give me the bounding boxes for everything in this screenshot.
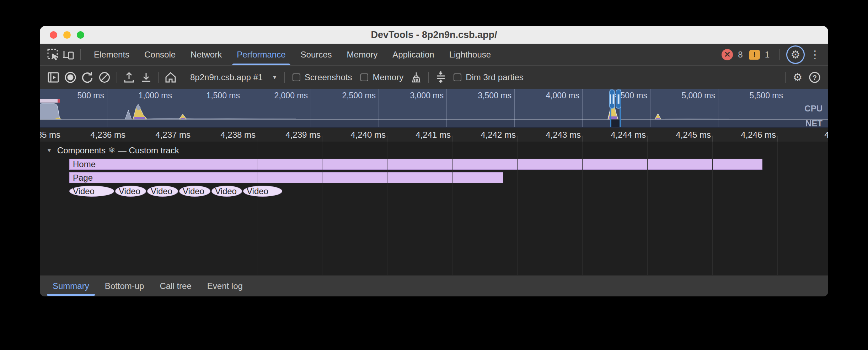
ruler-tick-label: 4,238 ms (197, 130, 256, 140)
detail-tab-summary[interactable]: Summary (45, 275, 97, 296)
performance-toolbar: 8p2n9n.csb.app #1 ▼ Screenshots Memory (40, 66, 828, 89)
track-gridline (322, 142, 322, 275)
network-band (40, 119, 828, 127)
selection-right-handle[interactable] (616, 89, 621, 109)
time-ruler[interactable]: 35 ms4,236 ms4,237 ms4,238 ms4,239 ms4,2… (40, 128, 828, 142)
issue-count[interactable]: 1 (765, 50, 770, 60)
track-gridline (712, 142, 713, 275)
target-selector[interactable]: 8p2n9n.csb.app #1 ▼ (187, 72, 281, 82)
zoom-window-button[interactable] (77, 31, 84, 39)
overview-tick-label: 6,0 (787, 91, 828, 100)
cpu-label: CPU (804, 104, 823, 114)
screenshots-checkbox[interactable]: Screenshots (288, 72, 356, 82)
overview-tick-label: 2,500 ms (312, 91, 376, 100)
overview-tick-label: 1,000 ms (108, 91, 172, 100)
track-gridline (127, 142, 127, 275)
track-gridline (387, 142, 387, 275)
track-bar-video[interactable]: Video (115, 186, 146, 197)
ruler-tick-label: 4,237 ms (132, 130, 191, 140)
track-bar-video[interactable]: Video (211, 186, 242, 197)
collapse-triangle-icon[interactable]: ▼ (46, 147, 52, 154)
overview-tick-label: 4,000 ms (515, 91, 579, 100)
track-bar-video[interactable]: Video (147, 186, 178, 197)
ruler-tick-label: 4,245 ms (653, 130, 711, 140)
divider (158, 72, 159, 83)
detail-tab-bottom-up[interactable]: Bottom-up (97, 275, 152, 296)
track-bar-page[interactable]: Page (69, 172, 503, 183)
tab-lighthouse[interactable]: Lighthouse (442, 44, 498, 65)
svg-text:?: ? (813, 74, 817, 81)
track-bar-home[interactable]: Home (69, 159, 762, 170)
overview-gridline (650, 89, 650, 127)
inspect-element-icon[interactable] (45, 47, 61, 62)
tab-network[interactable]: Network (183, 44, 229, 65)
tab-console[interactable]: Console (137, 44, 183, 65)
ruler-tick-label: 4,236 ms (67, 130, 125, 140)
selection-left-handle[interactable] (609, 89, 615, 109)
ruler-tick (127, 136, 127, 142)
ruler-tick (452, 136, 452, 142)
panel-settings-gear-icon[interactable]: ⚙ (789, 69, 806, 86)
devtools-tab-bar: ElementsConsoleNetworkPerformanceSources… (40, 44, 828, 66)
clear-icon[interactable] (96, 69, 113, 86)
ruler-tick (192, 136, 192, 142)
upload-profile-icon[interactable] (120, 69, 138, 86)
reload-record-icon[interactable] (79, 69, 96, 86)
collect-garbage-icon[interactable] (408, 69, 425, 86)
overview-tick-label: 3,000 ms (380, 91, 444, 100)
track-gridline (517, 142, 518, 275)
overview-gridline (379, 89, 379, 127)
tab-application[interactable]: Application (385, 44, 441, 65)
track-gridline (62, 142, 62, 275)
ruler-tick (387, 136, 387, 142)
flamechart-area[interactable]: ▼ Components ⚛ — Custom track HomePageVi… (40, 142, 828, 275)
ruler-tick-label: 4,243 ms (523, 130, 581, 140)
tab-memory[interactable]: Memory (339, 44, 385, 65)
download-profile-icon[interactable] (138, 69, 155, 86)
tab-performance[interactable]: Performance (229, 44, 293, 65)
track-gridline (647, 142, 648, 275)
overview-gridline (718, 89, 718, 127)
ruler-tick (582, 136, 583, 142)
toggle-sidebar-icon[interactable] (45, 69, 62, 86)
ruler-tick-label: 4,240 ms (327, 130, 386, 140)
checkbox-icon (454, 73, 461, 81)
overview-gridline (243, 89, 243, 127)
detail-tab-event-log[interactable]: Event log (199, 275, 251, 296)
issues-icon[interactable]: ! (749, 50, 760, 60)
close-window-button[interactable] (50, 31, 57, 39)
ruler-tick (257, 136, 257, 142)
help-icon[interactable]: ? (806, 69, 823, 86)
collapse-sections-icon[interactable] (432, 69, 449, 86)
error-count[interactable]: 8 (738, 50, 743, 60)
dim-3rd-parties-checkbox[interactable]: Dim 3rd parties (449, 72, 528, 82)
tab-elements[interactable]: Elements (86, 44, 137, 65)
ruler-tick-label: 4,239 ms (262, 130, 321, 140)
home-icon[interactable] (162, 69, 179, 86)
panel-tabs: ElementsConsoleNetworkPerformanceSources… (86, 44, 498, 65)
timeline-overview[interactable]: 500 ms1,000 ms1,500 ms2,000 ms2,500 ms3,… (40, 89, 828, 128)
ruler-tick-label: 35 ms (40, 130, 60, 140)
custom-track-header[interactable]: ▼ Components ⚛ — Custom track (46, 146, 179, 155)
detail-tab-call-tree[interactable]: Call tree (152, 275, 199, 296)
more-options-icon[interactable]: ⋮ (810, 48, 820, 61)
record-button[interactable] (62, 69, 79, 86)
track-bar-video[interactable]: Video (69, 186, 114, 197)
memory-checkbox[interactable]: Memory (356, 72, 408, 82)
overview-gridline (311, 89, 311, 127)
ruler-tick-label: 4,241 ms (392, 130, 451, 140)
ruler-tick (517, 136, 518, 142)
settings-gear-icon[interactable]: ⚙ (786, 45, 805, 64)
device-toolbar-icon[interactable] (61, 47, 77, 62)
long-task-indicator (40, 99, 58, 103)
tab-sources[interactable]: Sources (293, 44, 339, 65)
checkbox-icon (360, 73, 368, 81)
error-icon[interactable]: ✕ (722, 49, 733, 60)
track-bar-video[interactable]: Video (179, 186, 210, 197)
overview-tick-label: 1,500 ms (176, 91, 240, 100)
track-gridline (777, 142, 778, 275)
long-task-red-tip (58, 99, 60, 103)
track-bar-video[interactable]: Video (243, 186, 282, 197)
minimize-window-button[interactable] (63, 31, 71, 39)
overview-tick-label: 4,500 ms (583, 91, 647, 100)
